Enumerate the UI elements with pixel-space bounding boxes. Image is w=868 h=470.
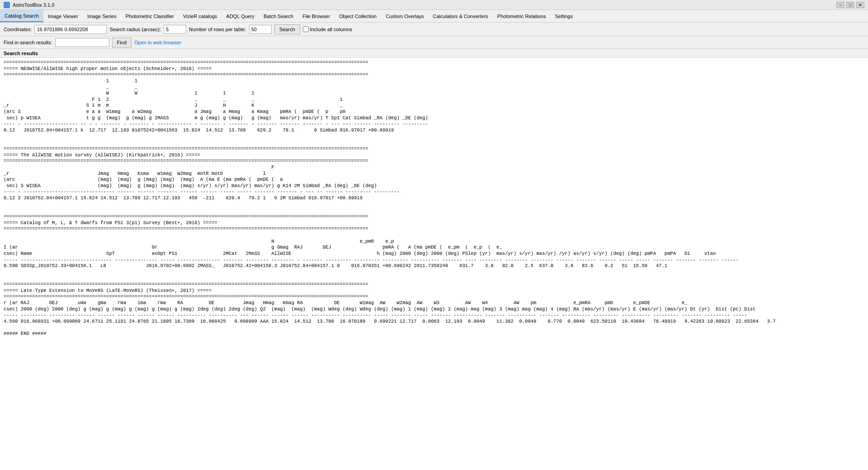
menu-item-calculators---converters[interactable]: Calculators & Converters — [429, 10, 493, 22]
results-label: Search results — [0, 49, 868, 58]
menu-item-file-browser[interactable]: File Browser — [298, 10, 335, 22]
menu-item-catalog-search[interactable]: Catalog Search — [0, 10, 43, 22]
results-area[interactable]: ========================================… — [0, 58, 868, 470]
menu-item-photometric-classifier[interactable]: Photometric Classifier — [121, 10, 179, 22]
menu-item-batch-search[interactable]: Batch Search — [259, 10, 298, 22]
title-bar-controls: − □ ✕ — [836, 2, 864, 8]
menu-item-photometric-relations[interactable]: Photometric Relations — [493, 10, 551, 22]
menu-item-object-collection[interactable]: Object Collection — [335, 10, 381, 22]
rows-input[interactable] — [249, 25, 272, 34]
coordinates-input[interactable] — [34, 25, 107, 34]
title-bar: AstroToolBox 3.1.0 − □ ✕ — [0, 0, 868, 10]
coordinates-label: Coordinates: — [4, 27, 32, 32]
search-bar: Find in search results: Find Open in web… — [0, 36, 868, 49]
rows-label: Number of rows per table: — [189, 27, 246, 32]
title-bar-left: AstroToolBox 3.1.0 — [4, 2, 54, 8]
menu-item-image-viewer[interactable]: Image Viewer — [43, 10, 83, 22]
maximize-button[interactable]: □ — [846, 2, 854, 8]
menu-item-vizier-catalogs[interactable]: VizieR catalogs — [179, 10, 222, 22]
find-label: Find in search results: — [4, 40, 52, 45]
radius-label: Search radius (arcsec): — [109, 27, 161, 32]
app-title: AstroToolBox 3.1.0 — [13, 2, 54, 8]
menu-bar: Catalog SearchImage ViewerImage SeriesPh… — [0, 10, 868, 23]
menu-item-adql-query[interactable]: ADQL Query — [222, 10, 259, 22]
minimize-button[interactable]: − — [836, 2, 844, 8]
radius-input[interactable] — [164, 25, 186, 34]
include-all-columns-checkbox[interactable] — [303, 26, 309, 32]
search-button[interactable]: Search — [274, 24, 300, 34]
app-icon — [4, 2, 10, 8]
include-all-columns-label: Include all columns — [303, 26, 353, 32]
menu-item-image-series[interactable]: Image Series — [83, 10, 121, 22]
open-in-browser-link[interactable]: Open in web browser — [134, 40, 181, 45]
find-button[interactable]: Find — [112, 38, 132, 47]
toolbar: Coordinates: Search radius (arcsec): Num… — [0, 23, 868, 36]
close-button[interactable]: ✕ — [856, 2, 864, 8]
menu-item-settings[interactable]: Settings — [550, 10, 577, 22]
menu-item-custom-overlays[interactable]: Custom Overlays — [381, 10, 428, 22]
find-input[interactable] — [55, 38, 109, 47]
